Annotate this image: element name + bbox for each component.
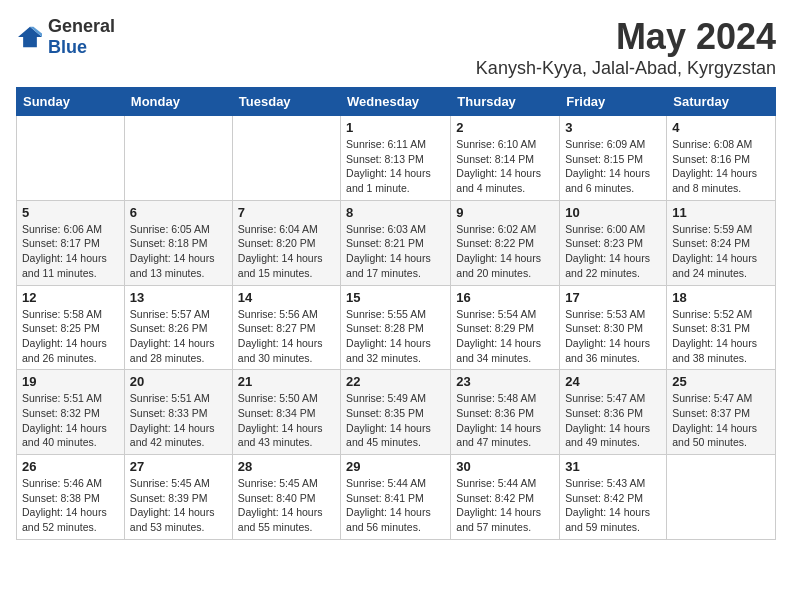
day-number: 7 [238, 205, 335, 220]
cell-sun-info: Sunrise: 5:45 AM Sunset: 8:39 PM Dayligh… [130, 476, 227, 535]
page-header: General Blue May 2024 Kanysh-Kyya, Jalal… [16, 16, 776, 79]
day-number: 19 [22, 374, 119, 389]
calendar-cell: 14Sunrise: 5:56 AM Sunset: 8:27 PM Dayli… [232, 285, 340, 370]
calendar-cell: 8Sunrise: 6:03 AM Sunset: 8:21 PM Daylig… [341, 200, 451, 285]
calendar-cell [124, 116, 232, 201]
header-saturday: Saturday [667, 88, 776, 116]
calendar-cell: 27Sunrise: 5:45 AM Sunset: 8:39 PM Dayli… [124, 455, 232, 540]
day-number: 26 [22, 459, 119, 474]
calendar-cell: 11Sunrise: 5:59 AM Sunset: 8:24 PM Dayli… [667, 200, 776, 285]
header-sunday: Sunday [17, 88, 125, 116]
calendar-week-row: 19Sunrise: 5:51 AM Sunset: 8:32 PM Dayli… [17, 370, 776, 455]
cell-sun-info: Sunrise: 5:54 AM Sunset: 8:29 PM Dayligh… [456, 307, 554, 366]
calendar-cell: 16Sunrise: 5:54 AM Sunset: 8:29 PM Dayli… [451, 285, 560, 370]
calendar-cell: 26Sunrise: 5:46 AM Sunset: 8:38 PM Dayli… [17, 455, 125, 540]
cell-sun-info: Sunrise: 5:55 AM Sunset: 8:28 PM Dayligh… [346, 307, 445, 366]
cell-sun-info: Sunrise: 5:51 AM Sunset: 8:33 PM Dayligh… [130, 391, 227, 450]
day-number: 24 [565, 374, 661, 389]
logo-blue: Blue [48, 37, 87, 57]
day-number: 16 [456, 290, 554, 305]
calendar-cell: 19Sunrise: 5:51 AM Sunset: 8:32 PM Dayli… [17, 370, 125, 455]
cell-sun-info: Sunrise: 5:58 AM Sunset: 8:25 PM Dayligh… [22, 307, 119, 366]
day-number: 29 [346, 459, 445, 474]
calendar-cell: 12Sunrise: 5:58 AM Sunset: 8:25 PM Dayli… [17, 285, 125, 370]
cell-sun-info: Sunrise: 5:44 AM Sunset: 8:42 PM Dayligh… [456, 476, 554, 535]
calendar-cell: 23Sunrise: 5:48 AM Sunset: 8:36 PM Dayli… [451, 370, 560, 455]
calendar-header-row: SundayMondayTuesdayWednesdayThursdayFrid… [17, 88, 776, 116]
calendar-week-row: 1Sunrise: 6:11 AM Sunset: 8:13 PM Daylig… [17, 116, 776, 201]
calendar-cell [667, 455, 776, 540]
calendar-cell: 3Sunrise: 6:09 AM Sunset: 8:15 PM Daylig… [560, 116, 667, 201]
day-number: 22 [346, 374, 445, 389]
calendar-cell: 21Sunrise: 5:50 AM Sunset: 8:34 PM Dayli… [232, 370, 340, 455]
day-number: 20 [130, 374, 227, 389]
cell-sun-info: Sunrise: 5:49 AM Sunset: 8:35 PM Dayligh… [346, 391, 445, 450]
calendar-cell: 20Sunrise: 5:51 AM Sunset: 8:33 PM Dayli… [124, 370, 232, 455]
calendar-table: SundayMondayTuesdayWednesdayThursdayFrid… [16, 87, 776, 540]
cell-sun-info: Sunrise: 5:43 AM Sunset: 8:42 PM Dayligh… [565, 476, 661, 535]
cell-sun-info: Sunrise: 5:47 AM Sunset: 8:36 PM Dayligh… [565, 391, 661, 450]
day-number: 12 [22, 290, 119, 305]
calendar-cell [232, 116, 340, 201]
header-thursday: Thursday [451, 88, 560, 116]
location-subtitle: Kanysh-Kyya, Jalal-Abad, Kyrgyzstan [476, 58, 776, 79]
cell-sun-info: Sunrise: 5:51 AM Sunset: 8:32 PM Dayligh… [22, 391, 119, 450]
cell-sun-info: Sunrise: 6:02 AM Sunset: 8:22 PM Dayligh… [456, 222, 554, 281]
day-number: 14 [238, 290, 335, 305]
cell-sun-info: Sunrise: 5:44 AM Sunset: 8:41 PM Dayligh… [346, 476, 445, 535]
cell-sun-info: Sunrise: 6:04 AM Sunset: 8:20 PM Dayligh… [238, 222, 335, 281]
cell-sun-info: Sunrise: 5:50 AM Sunset: 8:34 PM Dayligh… [238, 391, 335, 450]
day-number: 15 [346, 290, 445, 305]
day-number: 9 [456, 205, 554, 220]
calendar-cell: 28Sunrise: 5:45 AM Sunset: 8:40 PM Dayli… [232, 455, 340, 540]
day-number: 10 [565, 205, 661, 220]
day-number: 8 [346, 205, 445, 220]
general-blue-logo-icon [16, 25, 44, 49]
calendar-cell: 24Sunrise: 5:47 AM Sunset: 8:36 PM Dayli… [560, 370, 667, 455]
calendar-cell: 6Sunrise: 6:05 AM Sunset: 8:18 PM Daylig… [124, 200, 232, 285]
calendar-cell: 1Sunrise: 6:11 AM Sunset: 8:13 PM Daylig… [341, 116, 451, 201]
cell-sun-info: Sunrise: 5:47 AM Sunset: 8:37 PM Dayligh… [672, 391, 770, 450]
calendar-cell: 31Sunrise: 5:43 AM Sunset: 8:42 PM Dayli… [560, 455, 667, 540]
day-number: 6 [130, 205, 227, 220]
svg-marker-0 [18, 27, 42, 48]
calendar-cell: 7Sunrise: 6:04 AM Sunset: 8:20 PM Daylig… [232, 200, 340, 285]
calendar-cell: 22Sunrise: 5:49 AM Sunset: 8:35 PM Dayli… [341, 370, 451, 455]
day-number: 13 [130, 290, 227, 305]
calendar-cell: 25Sunrise: 5:47 AM Sunset: 8:37 PM Dayli… [667, 370, 776, 455]
cell-sun-info: Sunrise: 5:57 AM Sunset: 8:26 PM Dayligh… [130, 307, 227, 366]
logo-text: General Blue [48, 16, 115, 58]
calendar-week-row: 12Sunrise: 5:58 AM Sunset: 8:25 PM Dayli… [17, 285, 776, 370]
day-number: 23 [456, 374, 554, 389]
cell-sun-info: Sunrise: 6:03 AM Sunset: 8:21 PM Dayligh… [346, 222, 445, 281]
cell-sun-info: Sunrise: 5:52 AM Sunset: 8:31 PM Dayligh… [672, 307, 770, 366]
day-number: 25 [672, 374, 770, 389]
header-monday: Monday [124, 88, 232, 116]
day-number: 28 [238, 459, 335, 474]
calendar-cell: 13Sunrise: 5:57 AM Sunset: 8:26 PM Dayli… [124, 285, 232, 370]
cell-sun-info: Sunrise: 6:08 AM Sunset: 8:16 PM Dayligh… [672, 137, 770, 196]
cell-sun-info: Sunrise: 5:59 AM Sunset: 8:24 PM Dayligh… [672, 222, 770, 281]
calendar-cell [17, 116, 125, 201]
cell-sun-info: Sunrise: 6:09 AM Sunset: 8:15 PM Dayligh… [565, 137, 661, 196]
calendar-cell: 17Sunrise: 5:53 AM Sunset: 8:30 PM Dayli… [560, 285, 667, 370]
cell-sun-info: Sunrise: 6:10 AM Sunset: 8:14 PM Dayligh… [456, 137, 554, 196]
calendar-cell: 30Sunrise: 5:44 AM Sunset: 8:42 PM Dayli… [451, 455, 560, 540]
day-number: 17 [565, 290, 661, 305]
calendar-cell: 5Sunrise: 6:06 AM Sunset: 8:17 PM Daylig… [17, 200, 125, 285]
calendar-cell: 2Sunrise: 6:10 AM Sunset: 8:14 PM Daylig… [451, 116, 560, 201]
calendar-cell: 10Sunrise: 6:00 AM Sunset: 8:23 PM Dayli… [560, 200, 667, 285]
logo-general: General [48, 16, 115, 36]
header-tuesday: Tuesday [232, 88, 340, 116]
day-number: 3 [565, 120, 661, 135]
cell-sun-info: Sunrise: 5:48 AM Sunset: 8:36 PM Dayligh… [456, 391, 554, 450]
day-number: 27 [130, 459, 227, 474]
cell-sun-info: Sunrise: 5:53 AM Sunset: 8:30 PM Dayligh… [565, 307, 661, 366]
calendar-cell: 18Sunrise: 5:52 AM Sunset: 8:31 PM Dayli… [667, 285, 776, 370]
header-friday: Friday [560, 88, 667, 116]
day-number: 11 [672, 205, 770, 220]
day-number: 4 [672, 120, 770, 135]
day-number: 2 [456, 120, 554, 135]
day-number: 31 [565, 459, 661, 474]
cell-sun-info: Sunrise: 6:06 AM Sunset: 8:17 PM Dayligh… [22, 222, 119, 281]
